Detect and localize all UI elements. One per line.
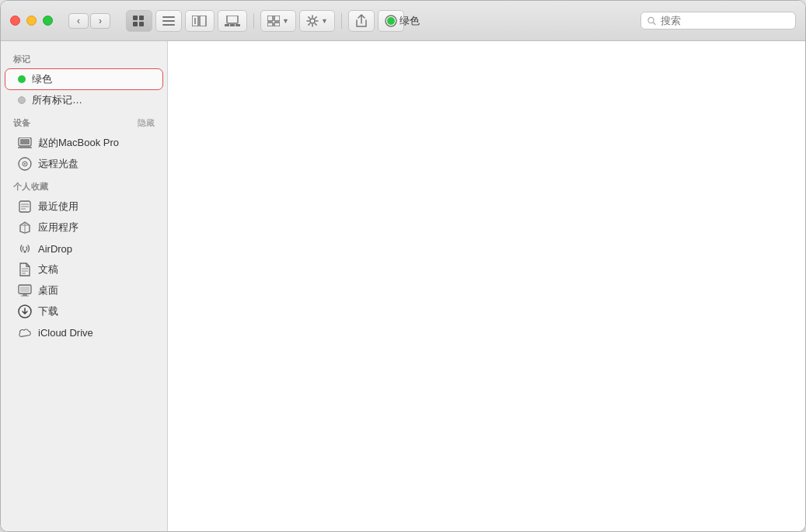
- sidebar-item-all-tags[interactable]: 所有标记…: [5, 90, 162, 110]
- separator-1: [253, 13, 254, 29]
- favorites-section-title: 个人收藏: [1, 175, 167, 196]
- devices-section-title: 设备: [13, 117, 31, 129]
- sidebar-item-label: 绿色: [32, 72, 52, 86]
- svg-rect-6: [162, 24, 175, 26]
- maximize-button[interactable]: [43, 16, 53, 26]
- nav-buttons: ‹ ›: [68, 13, 110, 29]
- svg-line-26: [309, 23, 310, 25]
- svg-rect-16: [267, 23, 273, 26]
- traffic-lights: [10, 16, 53, 26]
- macbook-icon: [18, 136, 32, 150]
- svg-rect-0: [133, 16, 138, 20]
- titlebar: ‹ ›: [1, 1, 805, 41]
- sidebar-item-label: 赵的MacBook Pro: [38, 136, 119, 150]
- sidebar-item-macbook[interactable]: 赵的MacBook Pro: [5, 133, 162, 153]
- sidebar-item-label: 应用程序: [38, 221, 79, 235]
- action-chevron: ▼: [321, 17, 328, 25]
- sidebar-item-apps[interactable]: 应用程序: [5, 217, 162, 238]
- back-button[interactable]: ‹: [68, 13, 89, 29]
- columns-icon: [192, 16, 208, 26]
- view-cover-button[interactable]: [218, 10, 247, 32]
- svg-rect-33: [20, 139, 30, 144]
- svg-rect-17: [274, 23, 280, 26]
- gear-icon: [306, 15, 319, 27]
- svg-rect-13: [236, 24, 240, 26]
- sidebar-item-label: 下载: [38, 304, 58, 318]
- sidebar-item-recent[interactable]: 最近使用: [5, 196, 162, 217]
- green-dot-icon: [18, 75, 26, 83]
- sidebar-item-green-tag[interactable]: 绿色: [5, 69, 162, 89]
- sidebar-item-desktop[interactable]: 桌面: [5, 280, 162, 301]
- sidebar-item-downloads[interactable]: 下载: [5, 301, 162, 322]
- sidebar-item-label: iCloud Drive: [38, 327, 93, 339]
- svg-line-31: [653, 22, 655, 24]
- sidebar-item-label: 最近使用: [38, 200, 79, 214]
- list-icon: [162, 16, 175, 26]
- sidebar-item-icloud[interactable]: iCloud Drive: [5, 322, 162, 342]
- sidebar-item-label: 所有标记…: [32, 93, 82, 107]
- svg-line-25: [315, 16, 316, 18]
- forward-button[interactable]: ›: [90, 13, 110, 29]
- svg-rect-2: [133, 22, 138, 26]
- separator-2: [341, 13, 342, 29]
- sidebar-item-documents[interactable]: 文稿: [5, 259, 162, 280]
- sidebar-item-remote-disc[interactable]: 远程光盘: [5, 154, 162, 174]
- close-button[interactable]: [10, 16, 20, 26]
- sidebar: 标记 绿色 所有标记… 设备 隐藏: [1, 41, 168, 531]
- airdrop-icon: [18, 242, 32, 256]
- search-bar[interactable]: [640, 12, 796, 30]
- tags-section-title: 标记: [1, 47, 167, 68]
- downloads-icon: [18, 304, 32, 318]
- finder-window: ‹ ›: [0, 0, 806, 532]
- documents-icon: [18, 263, 32, 276]
- sidebar-item-label: 远程光盘: [38, 157, 79, 171]
- svg-rect-10: [227, 16, 238, 23]
- svg-rect-47: [20, 287, 30, 292]
- view-list-button[interactable]: [155, 10, 182, 32]
- apps-icon: [18, 221, 32, 235]
- sidebar-item-label: AirDrop: [38, 243, 72, 255]
- recent-icon: [18, 200, 32, 214]
- svg-rect-12: [230, 24, 235, 26]
- gray-dot-icon: [18, 96, 26, 104]
- search-icon: [647, 16, 656, 26]
- disc-icon: [18, 157, 32, 171]
- minimize-button[interactable]: [26, 16, 37, 26]
- svg-rect-14: [267, 16, 273, 21]
- window-title: 绿色: [400, 14, 420, 28]
- sidebar-item-airdrop[interactable]: AirDrop: [5, 238, 162, 259]
- search-input[interactable]: [661, 15, 789, 26]
- grid-icon: [133, 16, 145, 26]
- svg-rect-3: [139, 22, 144, 26]
- svg-rect-1: [139, 16, 144, 20]
- window-title-area: 绿色: [387, 14, 420, 28]
- svg-rect-8: [200, 16, 206, 26]
- desktop-icon: [18, 283, 32, 297]
- devices-section-header: 设备 隐藏: [1, 111, 167, 132]
- view-grid-button[interactable]: [126, 10, 152, 32]
- group-icon: [267, 16, 280, 26]
- view-columns-button[interactable]: [185, 10, 215, 32]
- cover-icon: [225, 16, 240, 26]
- toolbar-icons: ▼ ▼: [126, 10, 404, 32]
- icloud-icon: [18, 325, 32, 339]
- hide-devices-button[interactable]: 隐藏: [138, 117, 155, 129]
- svg-rect-34: [18, 147, 32, 148]
- sidebar-item-label: 文稿: [38, 263, 58, 276]
- svg-rect-15: [274, 16, 280, 21]
- svg-rect-5: [162, 20, 175, 22]
- svg-rect-4: [162, 16, 175, 18]
- group-chevron: ▼: [282, 17, 289, 25]
- sidebar-item-label: 桌面: [38, 283, 58, 297]
- svg-line-23: [309, 16, 310, 18]
- group-button[interactable]: ▼: [260, 10, 296, 32]
- share-button[interactable]: [348, 10, 375, 32]
- share-icon: [355, 14, 368, 28]
- main-area: 标记 绿色 所有标记… 设备 隐藏: [1, 41, 805, 531]
- svg-point-37: [24, 163, 26, 165]
- svg-line-24: [315, 23, 316, 25]
- action-button[interactable]: ▼: [299, 10, 335, 32]
- content-area: [168, 41, 805, 531]
- svg-rect-11: [225, 24, 229, 26]
- svg-point-18: [310, 19, 315, 23]
